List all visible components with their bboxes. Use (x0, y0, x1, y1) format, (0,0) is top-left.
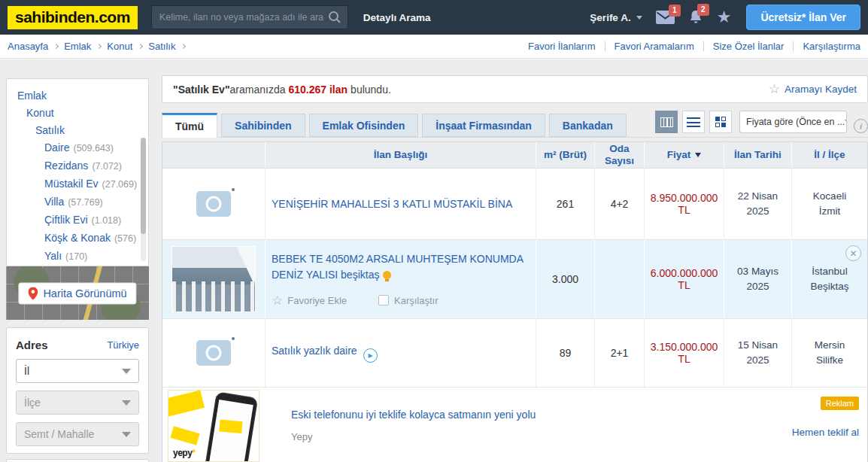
map-view-label: Harita Görünümü (43, 287, 126, 299)
sidebar-item-mustakil-ev[interactable]: Müstakil Ev (44, 175, 99, 193)
grid-view-icon (715, 117, 726, 127)
checkbox-icon[interactable] (378, 295, 389, 305)
listing-location: MersinSilifke (791, 319, 867, 387)
tab-insaat-firmasindan[interactable]: İnşaat Firmasından (422, 114, 545, 137)
sidebar-item-rezidans[interactable]: Rezidans (44, 157, 88, 175)
province-select[interactable]: İl (16, 359, 139, 383)
listing-photo[interactable] (171, 246, 256, 312)
favorite-ads-link[interactable]: Favori İlanlarım (528, 41, 596, 52)
result-count: 610.267 ilan (288, 84, 348, 96)
column-header-date[interactable]: İlan Tarihi (724, 142, 791, 168)
post-ad-button[interactable]: Ücretsiz* İlan Ver (746, 5, 860, 30)
compare-checkbox[interactable]: Karşılaştır (378, 295, 439, 306)
listing-row[interactable]: YENİŞEHİR MAHALLESİ 3 KATLI MÜSTAKİL BİN… (162, 169, 867, 240)
divider (793, 41, 794, 51)
sidebar-item-villa[interactable]: Villa (44, 193, 64, 211)
listing-row-highlighted[interactable]: BEBEK TE 4050M2 ARSALI MUHTEŞEM KONUMDA … (162, 240, 867, 319)
listing-date: 15 Nisan2025 (724, 319, 791, 387)
listing-m2: 261 (536, 169, 594, 239)
tab-sahibinden[interactable]: Sahibinden (221, 114, 305, 137)
advertisement-row[interactable]: yepy* Eski telefonunu iyi teklife kolayc… (162, 388, 867, 462)
listing-price: 6.000.000.000 TL (644, 240, 724, 318)
search-icon[interactable] (328, 11, 341, 24)
listing-rooms (594, 240, 644, 318)
divider (605, 41, 605, 51)
listing-row[interactable]: Satılık yazlık daire 89 2+1 3.150.000.00… (162, 319, 867, 388)
ad-image[interactable]: yepy* (168, 390, 259, 462)
detailed-search-link[interactable]: Detaylı Arama (363, 12, 431, 23)
listing-location: Kocaeliİzmit (791, 169, 867, 239)
dismiss-listing-icon[interactable] (845, 245, 861, 261)
grid-view-button[interactable] (709, 111, 732, 133)
user-menu[interactable]: Şerife A. (590, 12, 642, 23)
star-outline-icon (769, 83, 780, 96)
breadcrumb-konut[interactable]: Konut (107, 41, 132, 52)
sidebar-item-satilik[interactable]: Satılık (35, 122, 65, 139)
tab-emlak-ofisinden[interactable]: Emlak Ofisinden (309, 114, 419, 137)
sort-dropdown[interactable]: Fiyata göre (Önce en ... (739, 111, 847, 133)
divider (703, 41, 704, 51)
listing-title-link[interactable]: YENİŞEHİR MAHALLESİ 3 KATLI MÜSTAKİL BİN… (272, 196, 530, 211)
list-view-icon (687, 117, 700, 127)
column-header-price-sorted[interactable]: Fiyat (644, 142, 724, 168)
info-icon[interactable] (854, 119, 868, 133)
ad-title-link[interactable]: Eski telefonunu iyi teklife kolayca satm… (291, 409, 536, 421)
sidebar-item-konut[interactable]: Konut (26, 105, 54, 122)
sidebar-item-kosk-konak[interactable]: Köşk & Konak (44, 229, 111, 247)
listing-price: 8.950.000.000 TL (644, 169, 724, 239)
notifications-button[interactable]: 2 (688, 10, 703, 26)
listing-m2: 3.000 (536, 240, 594, 318)
breadcrumb-bar: Anasayfa Emlak Konut Satılık Favori İlan… (0, 35, 868, 59)
search-box[interactable] (151, 5, 348, 29)
favorite-searches-link[interactable]: Favori Aramalarım (615, 41, 694, 52)
column-header-location[interactable]: İl / İlçe (791, 142, 867, 168)
category-tree: Emlak Konut Satılık Daire(509.643) Rezid… (6, 78, 149, 266)
star-icon: ★ (717, 9, 732, 26)
listing-title-link[interactable]: Satılık yazlık daire (272, 345, 357, 357)
quick-links: Favori İlanlarım Favori Aramalarım Size … (528, 41, 860, 52)
column-header-photo (162, 142, 265, 168)
category-count: (27.069) (102, 176, 138, 193)
column-header-rooms[interactable]: OdaSayısı (594, 142, 644, 168)
breadcrumb-emlak[interactable]: Emlak (64, 41, 91, 52)
listing-date: 22 Nisan2025 (724, 169, 791, 239)
compare-link[interactable]: Karşılaştırma (803, 41, 860, 52)
category-scrollbar[interactable] (141, 138, 146, 261)
lightbulb-icon (383, 271, 391, 279)
scrollbar-thumb[interactable] (141, 138, 146, 234)
sidebar-item-daire[interactable]: Daire (44, 139, 69, 157)
chevron-down-icon (122, 369, 131, 374)
list-view-button[interactable] (682, 111, 705, 133)
camera-placeholder-icon (196, 191, 231, 217)
sidebar-item-ciftlik-evi[interactable]: Çiftlik Evi (44, 211, 88, 229)
column-header-title[interactable]: İlan Başlığı (265, 142, 536, 168)
listing-m2: 89 (536, 319, 594, 387)
sidebar-item-yali[interactable]: Yalı (44, 248, 62, 265)
breadcrumb-home[interactable]: Anasayfa (8, 41, 48, 52)
top-navigation-bar: sahibinden.com Detaylı Arama Şerife A. 1… (0, 0, 868, 35)
messages-button[interactable]: 1 (656, 11, 675, 24)
map-view-button[interactable]: Harita Görünümü (18, 282, 136, 304)
listing-title-link[interactable]: BEBEK TE 4050M2 ARSALI MUHTEŞEM KONUMDA … (272, 253, 523, 280)
neighborhood-select[interactable]: Semt / Mahalle (16, 422, 139, 446)
ad-cta-link[interactable]: Hemen teklif al (792, 427, 859, 438)
tab-tumu[interactable]: Tümü (162, 113, 217, 138)
sahibinden-logo[interactable]: sahibinden.com (8, 6, 138, 29)
district-select[interactable]: İlçe (16, 391, 139, 415)
video-play-icon[interactable] (363, 348, 378, 363)
save-search-button[interactable]: Aramayı Kaydet (769, 83, 857, 96)
add-favorite-button[interactable]: Favoriye Ekle (272, 294, 347, 307)
search-input[interactable] (159, 12, 328, 23)
messages-badge: 1 (669, 5, 681, 17)
tab-bankadan[interactable]: Bankadan (549, 114, 627, 137)
chevron-down-icon (122, 400, 131, 406)
country-link[interactable]: Türkiye (107, 339, 139, 351)
map-preview: Harita Görünümü (6, 266, 149, 320)
breadcrumb-satilik[interactable]: Satılık (148, 41, 175, 52)
column-header-m2[interactable]: m² (Brüt) (536, 142, 594, 168)
sidebar-item-emlak[interactable]: Emlak (17, 87, 47, 105)
special-ads-link[interactable]: Size Özel İlanlar (713, 41, 785, 52)
favorites-button[interactable]: ★ (717, 9, 732, 26)
table-view-button[interactable] (655, 111, 678, 133)
district-select-value: İlçe (24, 397, 41, 409)
